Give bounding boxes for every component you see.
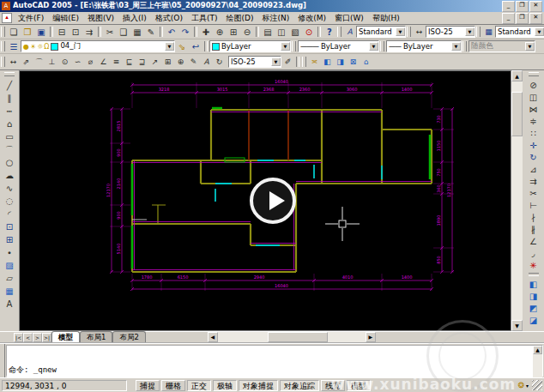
zoom-realtime-button[interactable]: ⊕ [213,26,227,38]
send-under-objects-button[interactable]: ◪ [527,314,541,326]
toolbar-grip[interactable] [529,72,539,76]
tool-palettes-button[interactable]: ▧ [288,26,302,38]
horizontal-scrollbar[interactable]: ◀ ▶ [208,332,376,342]
properties-button[interactable]: ▤ [261,26,275,38]
menu-format[interactable]: 格式(O) [151,12,187,25]
publish-button[interactable]: ⇉ [82,26,96,38]
menu-insert[interactable]: 插入(I) [118,12,151,25]
toolbar-grip[interactable] [407,27,411,37]
drawing-canvas[interactable]: 3218 3015 2368 2360 3060 1400 16040 1780… [19,70,511,331]
chevron-down-icon[interactable]: ▼ [451,42,461,51]
insert-block-button[interactable]: ⊡ [3,220,16,233]
scroll-down-arrow[interactable]: ▼ [511,320,523,331]
menu-window[interactable]: 窗口(W) [330,12,368,25]
undo-button[interactable]: ↶ [165,26,178,38]
zoom-previous-button[interactable]: ⊖ [240,26,254,38]
tab-nav-next[interactable]: > [33,333,42,342]
status-menu-caret[interactable]: ▾ [526,383,529,389]
command-window-grip[interactable] [0,344,5,377]
scroll-up-arrow[interactable]: ▲ [533,346,542,354]
menu-draw[interactable]: 绘图(D) [221,12,257,25]
spline-button[interactable]: ∿ [3,182,16,195]
bring-above-objects-button[interactable]: ◩ [527,302,541,314]
copy-button[interactable]: ❑ [117,26,130,38]
layer-on-icon[interactable]: ● [23,43,29,51]
redo-button[interactable]: ↷ [178,26,192,38]
horizontal-scroll-track[interactable] [218,332,366,342]
dimension-edit-button[interactable]: ✎ [187,56,200,68]
toolbar-grip[interactable] [1,57,5,67]
plot-preview-button[interactable]: ⊡ [69,26,82,38]
open-button[interactable]: ❐ [21,26,34,38]
coordinate-display[interactable]: 12994, 3031 , 0 [2,380,127,391]
communication-center-icon[interactable]: ❂ [517,381,524,389]
chevron-down-icon[interactable]: ▼ [396,27,405,36]
bring-to-front-button[interactable]: ◧ [527,278,541,290]
diameter-dimension-button[interactable]: ⌀ [84,56,97,68]
hatch-button[interactable]: ▨ [3,259,16,272]
rotate-button[interactable]: ↻ [527,151,541,163]
jogged-dimension-button[interactable]: ∽ [71,56,84,68]
send-to-back-button[interactable]: ◨ [527,290,541,302]
restore-button[interactable]: ❐ [516,1,529,12]
mirror-button[interactable]: ⋈ [527,103,541,115]
toolbar-grip[interactable] [292,41,296,51]
zoom-window-button[interactable]: ⊞ [227,26,240,38]
menu-modify[interactable]: 修改(M) [293,12,330,25]
vertical-scrollbar[interactable]: ▲ ▼ [511,70,523,331]
aligned-dimension-button[interactable]: ⇗ [20,56,33,68]
tolerance-button[interactable]: ⊞ [161,56,174,68]
menu-file[interactable]: 文件(F) [14,12,48,25]
linetype-tool-button[interactable]: ≍ [308,56,321,68]
dim-style-select[interactable]: ISO-25 ▼ [426,26,475,38]
layer-previous-button[interactable]: ↩ [189,40,202,52]
multiline-text-button[interactable]: A [3,298,16,311]
layer-tool-2-button[interactable]: ◨ [334,56,347,68]
otrack-toggle[interactable]: 对象追踪 [280,380,319,391]
tab-nav-prev[interactable]: < [23,333,33,342]
trim-button[interactable]: ✂ [527,187,541,199]
arc-button[interactable]: ⌒ [3,143,16,156]
scroll-up-arrow[interactable]: ▲ [511,70,523,81]
menu-view[interactable]: 视图(V) [83,12,118,25]
ellipse-arc-button[interactable]: ◜ [3,208,16,220]
menu-tools[interactable]: 工具(T) [187,12,222,25]
ellipse-button[interactable]: ◌ [3,195,16,208]
tab-nav-first[interactable]: |< [14,333,23,342]
dimension-style-button[interactable]: ✐ [281,56,294,68]
linetype-control[interactable]: ——— ByLayer ▼ [298,40,379,52]
chevron-down-icon[interactable]: ▼ [281,42,290,51]
dimension-style-select[interactable]: ISO-25 ▼ [228,56,281,68]
toolbar-grip[interactable] [462,41,467,51]
dimension-update-button[interactable]: ↻ [213,56,226,68]
color-control[interactable]: ByLayer ▼ [209,40,291,52]
toolbar-grip[interactable] [1,41,5,51]
layer-tool-3-button[interactable]: ⊠ [347,56,360,68]
tab-nav-last[interactable]: >| [42,333,51,342]
lineweight-control[interactable]: —— ByLayer ▼ [386,40,462,52]
circle-button[interactable]: ○ [3,156,16,169]
cut-button[interactable]: ✂ [103,26,117,38]
move-button[interactable]: ✛ [527,139,541,151]
copy-object-button[interactable]: ◫ [527,91,541,103]
revision-cloud-button[interactable]: ☁ [3,169,16,182]
menu-dimension[interactable]: 标注(N) [257,12,293,25]
match-properties-button[interactable]: ✎ [144,26,158,38]
mdi-restore-button[interactable]: ❐ [516,13,529,24]
line-button[interactable]: ╱ [3,79,16,92]
stretch-button[interactable]: ⇉ [527,175,541,187]
toolbar-grip[interactable] [302,57,306,67]
menu-edit[interactable]: 编辑(E) [48,12,83,25]
snap-toggle[interactable]: 捕捉 [136,380,160,391]
chevron-down-icon[interactable]: ▼ [271,57,281,66]
help-button[interactable]: ? [323,26,336,38]
scroll-right-arrow[interactable]: ▶ [366,332,376,342]
arc-length-dimension-button[interactable]: ⌒ [33,56,45,68]
point-button[interactable]: ∙ [3,246,16,259]
horizontal-scroll-thumb[interactable] [268,332,328,342]
resize-grip[interactable] [532,380,542,390]
menu-help[interactable]: 帮助(H) [368,12,404,25]
array-button[interactable]: ∷ [527,127,541,139]
toolbar-grip[interactable] [4,72,15,76]
layer-lock-icon[interactable]: Ω [44,43,49,51]
